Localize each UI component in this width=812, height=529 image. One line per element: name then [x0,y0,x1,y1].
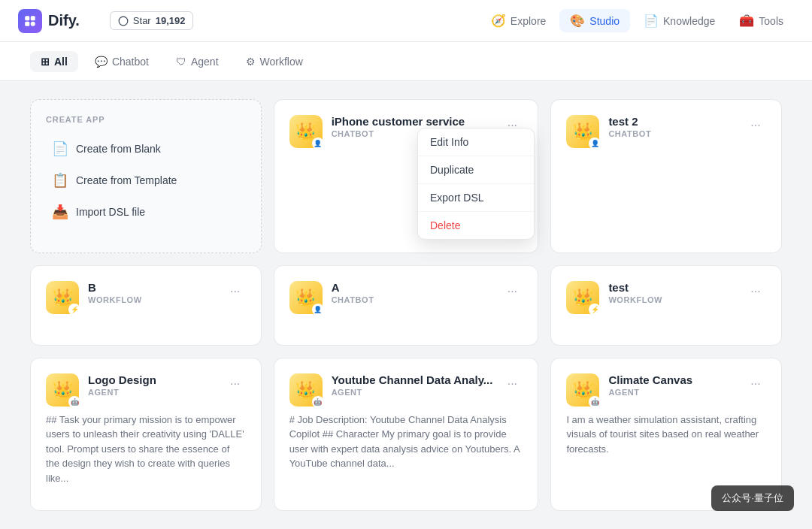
agent-filter-icon: 🛡 [176,56,186,68]
app-name-test: test [608,281,736,294]
main-nav: 🧭 Explore 🎨 Studio 📄 Knowledge 🧰 Tools [480,9,794,32]
nav-tools-label: Tools [759,15,783,27]
app-card-logo[interactable]: 👑 🤖 Logo Design AGENT ··· ## Task your p… [30,358,262,511]
template-icon: 📋 [52,172,68,189]
app-header-youtube: 👑 🤖 Youtube Channel Data Analy... AGENT … [289,373,523,407]
filter-agent-label: Agent [191,56,219,68]
app-menu-btn-youtube[interactable]: ··· [501,373,523,394]
app-menu-btn-test[interactable]: ··· [745,281,766,302]
avatar-badge-youtube: 🤖 [312,396,324,408]
import-icon: 📥 [52,204,68,220]
nav-explore-label: Explore [511,15,546,27]
app-menu-btn-logo[interactable]: ··· [225,373,246,394]
app-avatar-logo: 👑 🤖 [46,373,79,407]
filter-workflow-label: Workflow [260,56,303,68]
app-desc-logo: ## Task your primary mission is to empow… [46,413,246,486]
app-header-b: 👑 ⚡ B WORKFLOW ··· [46,281,246,314]
filter-toolbar: ⊞ All 💬 Chatbot 🛡 Agent ⚙ Workflow [0,42,812,81]
create-card-label: CREATE APP [46,115,246,124]
app-type-test: WORKFLOW [608,295,736,304]
filter-workflow[interactable]: ⚙ Workflow [235,51,314,72]
star-button[interactable]: Star 19,192 [110,11,194,30]
app-header-logo: 👑 🤖 Logo Design AGENT ··· [46,373,246,407]
nav-explore[interactable]: 🧭 Explore [480,9,556,32]
nav-knowledge[interactable]: 📄 Knowledge [633,9,726,32]
create-blank-label: Create from Blank [76,143,161,155]
logo-area: Dify. [18,9,80,33]
app-card-test2[interactable]: 👑 👤 test 2 CHATBOT ··· [550,99,782,253]
duplicate-label: Duplicate [430,164,474,176]
app-name-test2: test 2 [608,115,736,128]
app-card-test[interactable]: 👑 ⚡ test WORKFLOW ··· [550,265,782,346]
dropdown-delete[interactable]: Delete [418,212,534,239]
watermark-text: 公众号·量子位 [722,492,783,503]
logo-text: Dify. [48,12,80,29]
avatar-badge-iphone: 👤 [312,138,324,150]
app-name-iphone: iPhone customer service [332,115,493,128]
dropdown-edit-info[interactable]: Edit Info [418,128,534,156]
filter-all-label: All [54,56,68,68]
all-icon: ⊞ [41,56,50,68]
app-menu-btn-b[interactable]: ··· [225,281,246,302]
delete-label: Delete [430,219,460,231]
app-info-logo: Logo Design AGENT [88,373,216,397]
filter-chatbot-label: Chatbot [112,56,149,68]
app-name-b: B [88,281,216,294]
dropdown-duplicate[interactable]: Duplicate [418,156,534,183]
tools-icon: 🧰 [739,14,754,28]
studio-icon: 🎨 [570,14,585,28]
svg-point-4 [119,17,128,26]
app-name-youtube: Youtube Channel Data Analy... [332,373,493,386]
app-card-a[interactable]: 👑 👤 A CHATBOT ··· [274,265,539,346]
knowledge-icon: 📄 [644,14,659,28]
app-menu-btn-climate[interactable]: ··· [745,373,766,394]
app-header: Dify. Star 19,192 🧭 Explore 🎨 Studio 📄 K… [0,0,812,42]
nav-studio[interactable]: 🎨 Studio [559,9,630,32]
chatbot-filter-icon: 💬 [95,56,108,68]
svg-rect-1 [31,16,35,20]
app-desc-youtube: # Job Description: Youtube Channel Data … [289,413,523,471]
app-avatar-iphone: 👑 👤 [289,115,323,148]
app-info-test2: test 2 CHATBOT [608,115,736,138]
app-info-a: A CHATBOT [332,281,493,304]
app-type-a: CHATBOT [332,295,493,304]
app-info-climate: Climate Canvas AGENT [608,373,736,397]
filter-agent[interactable]: 🛡 Agent [165,51,229,72]
app-avatar-climate: 👑 🤖 [566,373,599,407]
app-card-youtube[interactable]: 👑 🤖 Youtube Channel Data Analy... AGENT … [274,358,539,511]
filter-chatbot[interactable]: 💬 Chatbot [84,51,159,72]
nav-tools[interactable]: 🧰 Tools [729,9,794,32]
import-dsl-label: Import DSL file [76,206,145,218]
app-type-test2: CHATBOT [608,129,736,138]
explore-icon: 🧭 [491,14,506,28]
create-app-card: CREATE APP 📄 Create from Blank 📋 Create … [30,99,262,253]
app-avatar-a: 👑 👤 [289,281,323,314]
watermark: 公众号·量子位 [711,485,794,511]
logo-icon [18,9,42,33]
create-from-template-option[interactable]: 📋 Create from Template [46,165,246,196]
context-dropdown-menu: Edit Info Duplicate Export DSL Delete [417,128,535,240]
create-from-blank-option[interactable]: 📄 Create from Blank [46,133,246,165]
app-menu-btn-test2[interactable]: ··· [745,115,766,136]
app-name-climate: Climate Canvas [608,373,736,386]
dropdown-export-dsl[interactable]: Export DSL [418,184,534,211]
app-desc-climate: I am a weather simulation assistant, cra… [566,413,766,457]
app-info-b: B WORKFLOW [88,281,216,304]
app-header-a: 👑 👤 A CHATBOT ··· [289,281,523,314]
import-dsl-option[interactable]: 📥 Import DSL file [46,196,246,228]
app-menu-btn-a[interactable]: ··· [501,281,523,302]
app-name-logo: Logo Design [88,373,216,386]
app-header-test: 👑 ⚡ test WORKFLOW ··· [566,281,766,314]
app-type-logo: AGENT [88,388,216,397]
svg-point-3 [31,21,35,26]
avatar-badge-a: 👤 [312,304,324,316]
avatar-badge-climate: 🤖 [589,396,601,408]
filter-all[interactable]: ⊞ All [30,51,78,72]
app-header-climate: 👑 🤖 Climate Canvas AGENT ··· [566,373,766,407]
avatar-badge-logo: 🤖 [68,396,80,408]
app-type-youtube: AGENT [332,388,493,397]
star-label: Star [133,15,151,26]
app-card-b[interactable]: 👑 ⚡ B WORKFLOW ··· [30,265,262,346]
app-avatar-test: 👑 ⚡ [566,281,599,314]
nav-studio-label: Studio [589,15,620,27]
